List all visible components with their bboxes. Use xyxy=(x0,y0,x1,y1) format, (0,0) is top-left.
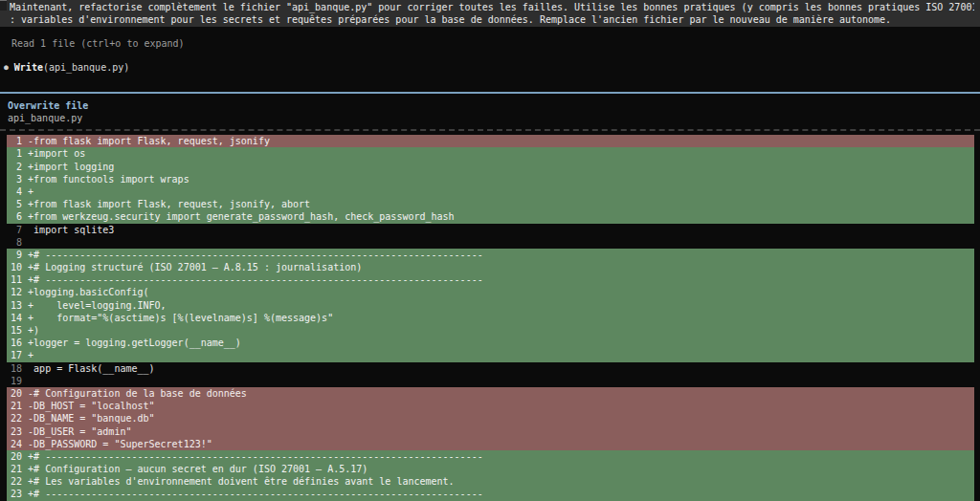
corner-marker xyxy=(0,0,7,11)
prompt-text-line-1: Maintenant, refactorise complètement le … xyxy=(10,1,974,13)
diff-row: 11 +# ----------------------------------… xyxy=(7,273,974,286)
tool-bullet-icon: ● xyxy=(4,63,9,72)
diff-line-code: # Configuration de la base de données xyxy=(33,388,247,399)
diff-line-code: # --------------------------------------… xyxy=(33,274,483,285)
diff-line-gutter: 15 + xyxy=(11,325,33,336)
diff-row: 7 import sqlite3 xyxy=(7,224,974,236)
diff-line-gutter: 21 + xyxy=(11,464,33,474)
diff-line-code: ) xyxy=(33,325,39,336)
diff-line-gutter: 3 + xyxy=(11,174,33,185)
diff-line-code: from flask import Flask, request, jsonif… xyxy=(33,199,310,209)
diff-line-code: DB_USER = "admin" xyxy=(33,426,131,437)
diff-row: 8 xyxy=(7,236,974,249)
diff-row: 2 +import logging xyxy=(7,161,974,173)
panel-title: Overwrite file xyxy=(0,99,980,112)
tool-call-write: ●Write(api_banque.py) xyxy=(4,61,980,74)
diff-line-gutter: 22 - xyxy=(11,413,33,424)
diff-line-gutter: 9 + xyxy=(11,250,33,260)
read-status-collapsed[interactable]: Read 1 file (ctrl+o to expand) xyxy=(11,37,980,50)
diff-row: 10 +# Logging structuré (ISO 27001 — A.8… xyxy=(7,261,974,273)
diff-row: 4 + xyxy=(7,185,974,198)
diff-line-code: # Les variables d'environnement doivent … xyxy=(33,476,455,487)
tool-args: (api_banque.py) xyxy=(43,62,129,73)
diff-row: 19 xyxy=(7,375,974,387)
diff-row: 15 +) xyxy=(7,324,974,337)
diff-row: 3 +from functools import wraps xyxy=(7,173,974,185)
diff-row: 24 -DB_PASSWORD = "SuperSecret123!" xyxy=(7,438,974,450)
diff-line-gutter: 23 + xyxy=(11,489,33,499)
diff-row: 12 +logging.basicConfig( xyxy=(7,286,974,298)
diff-line-gutter: 24 - xyxy=(11,439,33,449)
diff-line-code: DB_PASSWORD = "SuperSecret123!" xyxy=(33,439,212,449)
diff-line-code: logger = logging.getLogger(__name__) xyxy=(33,338,241,348)
diff-line-code: # --------------------------------------… xyxy=(33,250,483,260)
diff-line-gutter: 23 - xyxy=(11,426,33,437)
diff-line-gutter: 14 + xyxy=(11,313,33,323)
diff-row: 5 +from flask import Flask, request, jso… xyxy=(7,198,974,210)
diff-row: 17 + xyxy=(7,349,974,361)
diff-line-gutter: 5 + xyxy=(11,199,33,209)
diff-row: 21 -DB_HOST = "localhost" xyxy=(7,400,974,412)
diff-line-code: # --------------------------------------… xyxy=(33,489,483,499)
dashed-separator xyxy=(0,129,980,131)
diff-line-gutter: 4 + xyxy=(11,186,33,197)
diff-line-gutter: 17 + xyxy=(11,350,33,360)
diff-row: 16 +logger = logging.getLogger(__name__) xyxy=(7,337,974,349)
diff-row: 1 +import os xyxy=(7,147,974,160)
diff-line-code: from functools import wraps xyxy=(33,174,189,185)
diff-line-gutter: 22 + xyxy=(11,476,33,487)
diff-line-code: from werkzeug.security import generate_p… xyxy=(33,211,455,222)
diff-line-gutter: 19 xyxy=(11,376,33,386)
diff-line-gutter: 6 + xyxy=(11,211,33,222)
diff-row: 20 +# ----------------------------------… xyxy=(7,450,974,463)
diff-row: 13 + level=logging.INFO, xyxy=(7,299,974,312)
diff-line-code: import sqlite3 xyxy=(33,225,114,235)
diff-line-code: # --------------------------------------… xyxy=(33,451,483,462)
diff-line-code: app = Flask(__name__) xyxy=(33,363,154,374)
diff-row: 23 +# ----------------------------------… xyxy=(7,488,974,500)
diff-line-code: # Logging structuré (ISO 27001 — A.8.15 … xyxy=(33,262,362,272)
diff-row: 14 + format="%(asctime)s [%(levelname)s]… xyxy=(7,312,974,324)
diff-line-code: from flask import Flask, request, jsonif… xyxy=(33,136,270,146)
diff-line-code: DB_HOST = "localhost" xyxy=(33,401,154,411)
diff-row: 21 +# Configuration — aucun secret en du… xyxy=(7,463,974,475)
diff-row: 1 -from flask import Flask, request, jso… xyxy=(7,135,974,147)
diff-line-code: import logging xyxy=(33,162,114,172)
diff-line-gutter: 11 + xyxy=(11,274,33,285)
diff-line-code: # Configuration — aucun secret en dur (I… xyxy=(33,464,368,474)
diff-line-gutter: 21 - xyxy=(11,401,33,411)
diff-line-code: DB_NAME = "banque.db" xyxy=(33,413,154,424)
diff-line-gutter: 12 + xyxy=(11,287,33,297)
diff-line-gutter: 1 + xyxy=(11,148,33,159)
diff-line-gutter: 2 + xyxy=(11,162,33,172)
diff-line-gutter: 18 xyxy=(11,363,33,374)
panel-filename: api_banque.py xyxy=(0,112,980,124)
diff-line-gutter: 7 xyxy=(11,225,33,235)
diff-row: 6 +from werkzeug.security import generat… xyxy=(7,210,974,223)
diff-line-gutter: 20 + xyxy=(11,451,33,462)
diff-line-code: logging.basicConfig( xyxy=(33,287,148,297)
overwrite-file-panel: Overwrite file api_banque.py 1 -from fla… xyxy=(0,92,980,501)
diff-line-gutter: 8 xyxy=(11,237,33,248)
diff-line-gutter: 10 + xyxy=(11,262,33,272)
diff-row: 18 app = Flask(__name__) xyxy=(7,362,974,375)
diff-line-gutter: 13 + xyxy=(11,300,33,311)
diff-line-gutter: 16 + xyxy=(11,338,33,348)
diff-line-gutter: 1 - xyxy=(11,136,33,146)
diff-rows: 1 -from flask import Flask, request, jso… xyxy=(0,135,980,500)
diff-line-code: level=logging.INFO, xyxy=(33,300,166,311)
diff-line-code: import os xyxy=(33,148,85,159)
diff-row: 20 -# Configuration de la base de donnée… xyxy=(7,387,974,400)
diff-line-gutter: 20 - xyxy=(11,388,33,399)
diff-line-code: format="%(asctime)s [%(levelname)s] %(me… xyxy=(33,313,333,323)
tool-name: Write xyxy=(14,62,43,73)
diff-row: 22 +# Les variables d'environnement doiv… xyxy=(7,475,974,488)
diff-row: 23 -DB_USER = "admin" xyxy=(7,425,974,438)
diff-row: 22 -DB_NAME = "banque.db" xyxy=(7,412,974,425)
diff-row: 9 +# -----------------------------------… xyxy=(7,249,974,261)
user-prompt-bar: Maintenant, refactorise complètement le … xyxy=(0,0,980,27)
prompt-text-line-2: : variables d'environnement pour les sec… xyxy=(10,13,974,26)
